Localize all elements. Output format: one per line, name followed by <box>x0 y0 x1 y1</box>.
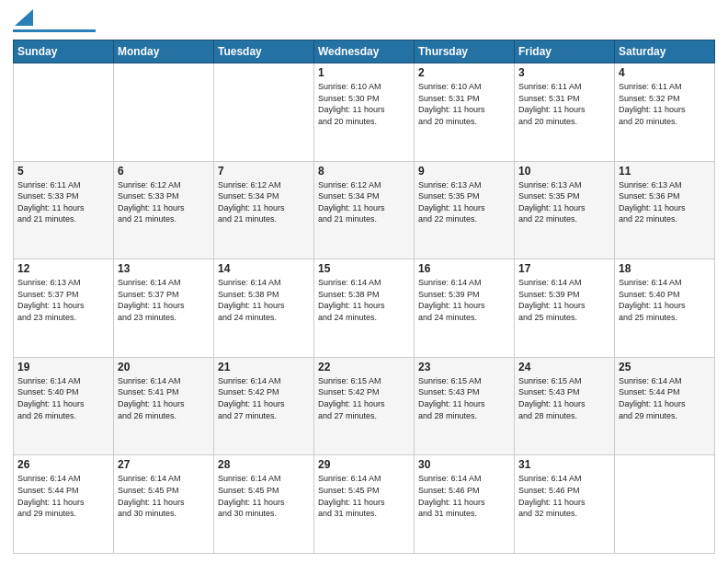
header-friday: Friday <box>515 40 615 63</box>
calendar-table: Sunday Monday Tuesday Wednesday Thursday… <box>13 40 715 554</box>
calendar-cell-2-6: 18Sunrise: 6:14 AM Sunset: 5:40 PM Dayli… <box>615 259 715 358</box>
header-monday: Monday <box>114 40 214 63</box>
calendar-cell-0-1 <box>114 63 214 162</box>
day-number-18: 18 <box>619 262 711 275</box>
svg-marker-0 <box>15 9 33 26</box>
day-info-13: Sunrise: 6:14 AM Sunset: 5:37 PM Dayligh… <box>118 277 210 323</box>
day-info-7: Sunrise: 6:12 AM Sunset: 5:34 PM Dayligh… <box>218 179 310 225</box>
calendar-cell-3-4: 23Sunrise: 6:15 AM Sunset: 5:43 PM Dayli… <box>415 357 515 455</box>
day-number-30: 30 <box>418 458 510 471</box>
calendar-cell-4-1: 27Sunrise: 6:14 AM Sunset: 5:45 PM Dayli… <box>114 455 214 554</box>
header-wednesday: Wednesday <box>314 40 415 63</box>
calendar-cell-4-3: 29Sunrise: 6:14 AM Sunset: 5:45 PM Dayli… <box>314 455 415 554</box>
day-info-17: Sunrise: 6:14 AM Sunset: 5:39 PM Dayligh… <box>518 277 610 323</box>
day-number-15: 15 <box>318 262 410 275</box>
calendar-cell-4-2: 28Sunrise: 6:14 AM Sunset: 5:45 PM Dayli… <box>214 455 314 554</box>
day-number-3: 3 <box>518 66 610 79</box>
day-info-4: Sunrise: 6:11 AM Sunset: 5:32 PM Dayligh… <box>619 81 711 127</box>
header-tuesday: Tuesday <box>214 40 314 63</box>
day-number-11: 11 <box>619 165 711 178</box>
logo-icon <box>15 9 33 26</box>
day-info-12: Sunrise: 6:13 AM Sunset: 5:37 PM Dayligh… <box>17 277 109 323</box>
day-number-1: 1 <box>318 66 410 79</box>
page: Sunday Monday Tuesday Wednesday Thursday… <box>0 0 728 563</box>
calendar-cell-0-4: 2Sunrise: 6:10 AM Sunset: 5:31 PM Daylig… <box>415 63 515 162</box>
day-info-30: Sunrise: 6:14 AM Sunset: 5:46 PM Dayligh… <box>418 473 510 519</box>
day-number-6: 6 <box>118 165 210 178</box>
week-row-4: 19Sunrise: 6:14 AM Sunset: 5:40 PM Dayli… <box>14 357 715 455</box>
calendar-cell-2-0: 12Sunrise: 6:13 AM Sunset: 5:37 PM Dayli… <box>14 259 114 358</box>
day-info-22: Sunrise: 6:15 AM Sunset: 5:42 PM Dayligh… <box>318 375 410 421</box>
day-number-8: 8 <box>318 165 410 178</box>
day-number-10: 10 <box>518 165 610 178</box>
calendar-cell-3-2: 21Sunrise: 6:14 AM Sunset: 5:42 PM Dayli… <box>214 357 314 455</box>
day-number-24: 24 <box>518 361 610 373</box>
calendar-cell-1-1: 6Sunrise: 6:12 AM Sunset: 5:33 PM Daylig… <box>114 161 214 259</box>
day-number-2: 2 <box>418 66 510 79</box>
day-info-16: Sunrise: 6:14 AM Sunset: 5:39 PM Dayligh… <box>418 277 510 323</box>
day-number-12: 12 <box>17 262 109 275</box>
day-info-21: Sunrise: 6:14 AM Sunset: 5:42 PM Dayligh… <box>218 375 310 421</box>
calendar-cell-3-0: 19Sunrise: 6:14 AM Sunset: 5:40 PM Dayli… <box>14 357 114 455</box>
calendar-cell-3-5: 24Sunrise: 6:15 AM Sunset: 5:43 PM Dayli… <box>515 357 615 455</box>
day-info-2: Sunrise: 6:10 AM Sunset: 5:31 PM Dayligh… <box>418 81 510 127</box>
calendar-cell-4-4: 30Sunrise: 6:14 AM Sunset: 5:46 PM Dayli… <box>415 455 515 554</box>
calendar-cell-2-5: 17Sunrise: 6:14 AM Sunset: 5:39 PM Dayli… <box>515 259 615 358</box>
day-info-15: Sunrise: 6:14 AM Sunset: 5:38 PM Dayligh… <box>318 277 410 323</box>
day-info-14: Sunrise: 6:14 AM Sunset: 5:38 PM Dayligh… <box>218 277 310 323</box>
day-info-24: Sunrise: 6:15 AM Sunset: 5:43 PM Dayligh… <box>518 375 610 421</box>
calendar-cell-3-1: 20Sunrise: 6:14 AM Sunset: 5:41 PM Dayli… <box>114 357 214 455</box>
day-number-23: 23 <box>418 361 510 373</box>
day-number-28: 28 <box>218 458 310 471</box>
day-number-17: 17 <box>518 262 610 275</box>
logo-underline <box>13 29 96 32</box>
day-number-29: 29 <box>318 458 410 471</box>
day-number-4: 4 <box>619 66 711 79</box>
day-info-23: Sunrise: 6:15 AM Sunset: 5:43 PM Dayligh… <box>418 375 510 421</box>
calendar-cell-2-4: 16Sunrise: 6:14 AM Sunset: 5:39 PM Dayli… <box>415 259 515 358</box>
calendar-cell-4-5: 31Sunrise: 6:14 AM Sunset: 5:46 PM Dayli… <box>515 455 615 554</box>
calendar-cell-1-3: 8Sunrise: 6:12 AM Sunset: 5:34 PM Daylig… <box>314 161 415 259</box>
day-number-21: 21 <box>218 361 310 373</box>
calendar-cell-1-6: 11Sunrise: 6:13 AM Sunset: 5:36 PM Dayli… <box>615 161 715 259</box>
header-saturday: Saturday <box>615 40 715 63</box>
calendar-cell-4-6 <box>615 455 715 554</box>
day-info-5: Sunrise: 6:11 AM Sunset: 5:33 PM Dayligh… <box>17 179 109 225</box>
calendar-cell-2-2: 14Sunrise: 6:14 AM Sunset: 5:38 PM Dayli… <box>214 259 314 358</box>
day-number-25: 25 <box>619 361 711 373</box>
calendar-cell-3-6: 25Sunrise: 6:14 AM Sunset: 5:44 PM Dayli… <box>615 357 715 455</box>
calendar-cell-2-3: 15Sunrise: 6:14 AM Sunset: 5:38 PM Dayli… <box>314 259 415 358</box>
calendar-cell-0-2 <box>214 63 314 162</box>
day-info-25: Sunrise: 6:14 AM Sunset: 5:44 PM Dayligh… <box>619 375 711 421</box>
header-sunday: Sunday <box>14 40 114 63</box>
calendar-cell-1-0: 5Sunrise: 6:11 AM Sunset: 5:33 PM Daylig… <box>14 161 114 259</box>
day-info-10: Sunrise: 6:13 AM Sunset: 5:35 PM Dayligh… <box>518 179 610 225</box>
day-number-9: 9 <box>418 165 510 178</box>
calendar-cell-1-2: 7Sunrise: 6:12 AM Sunset: 5:34 PM Daylig… <box>214 161 314 259</box>
calendar-cell-2-1: 13Sunrise: 6:14 AM Sunset: 5:37 PM Dayli… <box>114 259 214 358</box>
day-info-19: Sunrise: 6:14 AM Sunset: 5:40 PM Dayligh… <box>17 375 109 421</box>
day-info-1: Sunrise: 6:10 AM Sunset: 5:30 PM Dayligh… <box>318 81 410 127</box>
day-number-16: 16 <box>418 262 510 275</box>
day-info-28: Sunrise: 6:14 AM Sunset: 5:45 PM Dayligh… <box>218 473 310 519</box>
day-info-8: Sunrise: 6:12 AM Sunset: 5:34 PM Dayligh… <box>318 179 410 225</box>
calendar-cell-0-5: 3Sunrise: 6:11 AM Sunset: 5:31 PM Daylig… <box>515 63 615 162</box>
calendar-cell-3-3: 22Sunrise: 6:15 AM Sunset: 5:42 PM Dayli… <box>314 357 415 455</box>
day-info-31: Sunrise: 6:14 AM Sunset: 5:46 PM Dayligh… <box>518 473 610 519</box>
week-row-5: 26Sunrise: 6:14 AM Sunset: 5:44 PM Dayli… <box>14 455 715 554</box>
day-info-26: Sunrise: 6:14 AM Sunset: 5:44 PM Dayligh… <box>17 473 109 519</box>
day-number-27: 27 <box>118 458 210 471</box>
week-row-2: 5Sunrise: 6:11 AM Sunset: 5:33 PM Daylig… <box>14 161 715 259</box>
calendar-cell-0-6: 4Sunrise: 6:11 AM Sunset: 5:32 PM Daylig… <box>615 63 715 162</box>
calendar-cell-4-0: 26Sunrise: 6:14 AM Sunset: 5:44 PM Dayli… <box>14 455 114 554</box>
calendar-cell-1-5: 10Sunrise: 6:13 AM Sunset: 5:35 PM Dayli… <box>515 161 615 259</box>
logo <box>13 9 96 32</box>
calendar-cell-0-0 <box>14 63 114 162</box>
day-number-14: 14 <box>218 262 310 275</box>
day-info-3: Sunrise: 6:11 AM Sunset: 5:31 PM Dayligh… <box>518 81 610 127</box>
calendar-cell-1-4: 9Sunrise: 6:13 AM Sunset: 5:35 PM Daylig… <box>415 161 515 259</box>
day-info-18: Sunrise: 6:14 AM Sunset: 5:40 PM Dayligh… <box>619 277 711 323</box>
day-info-11: Sunrise: 6:13 AM Sunset: 5:36 PM Dayligh… <box>619 179 711 225</box>
day-info-27: Sunrise: 6:14 AM Sunset: 5:45 PM Dayligh… <box>118 473 210 519</box>
day-info-20: Sunrise: 6:14 AM Sunset: 5:41 PM Dayligh… <box>118 375 210 421</box>
